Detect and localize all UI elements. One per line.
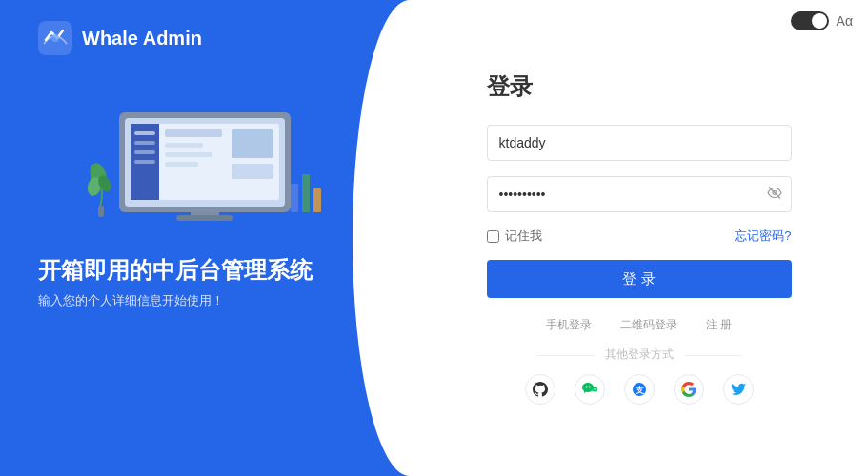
- app-title: Whale Admin: [82, 28, 202, 50]
- alipay-icon[interactable]: 支: [624, 374, 655, 405]
- svg-rect-9: [134, 141, 155, 145]
- social-icons: 支: [487, 374, 792, 405]
- login-button[interactable]: 登 录: [487, 260, 792, 298]
- svg-rect-23: [302, 174, 310, 212]
- tagline: 开箱即用的中后台管理系统 输入您的个人详细信息开始使用！: [38, 255, 372, 309]
- svg-rect-3: [176, 215, 233, 221]
- svg-rect-14: [165, 152, 212, 157]
- qrcode-login[interactable]: 二维码登录: [620, 317, 677, 333]
- right-panel: Aα 登录 记住我 忘记密码? 登 录: [410, 0, 868, 476]
- remember-checkbox[interactable]: [487, 230, 499, 243]
- forgot-password-link[interactable]: 忘记密码?: [735, 228, 791, 245]
- svg-rect-8: [134, 131, 155, 135]
- alt-login-methods: 手机登录 二维码登录 注 册: [487, 317, 792, 333]
- github-icon[interactable]: [525, 374, 555, 405]
- password-group: [487, 176, 792, 212]
- svg-rect-22: [291, 184, 298, 212]
- twitter-icon[interactable]: [723, 374, 754, 405]
- toggle-knob: [812, 13, 827, 29]
- svg-point-1: [51, 34, 59, 42]
- svg-rect-21: [98, 206, 104, 217]
- username-group: [487, 125, 792, 161]
- dark-mode-toggle[interactable]: [791, 11, 829, 30]
- svg-rect-17: [232, 164, 273, 179]
- wechat-icon[interactable]: [575, 374, 605, 405]
- register-link[interactable]: 注 册: [706, 317, 732, 333]
- language-icon[interactable]: Aα: [837, 13, 853, 29]
- other-login-label: 其他登录方式: [487, 347, 792, 363]
- form-options-row: 记住我 忘记密码?: [487, 228, 792, 245]
- svg-rect-24: [313, 188, 321, 212]
- svg-text:支: 支: [635, 386, 644, 395]
- phone-login[interactable]: 手机登录: [546, 317, 592, 333]
- svg-rect-15: [165, 162, 198, 167]
- header: Whale Admin: [38, 0, 372, 55]
- eye-icon[interactable]: [767, 186, 782, 204]
- left-panel: Whale Admin: [0, 0, 410, 476]
- svg-rect-11: [134, 160, 155, 164]
- login-title: 登录: [487, 71, 792, 102]
- svg-rect-12: [165, 129, 222, 137]
- svg-rect-16: [232, 129, 273, 158]
- illustration: [38, 84, 372, 236]
- svg-rect-13: [165, 143, 203, 148]
- password-input[interactable]: [487, 176, 792, 212]
- remember-text: 记住我: [505, 228, 542, 245]
- google-icon[interactable]: [674, 374, 704, 405]
- top-right-controls: Aα: [791, 11, 853, 30]
- svg-rect-10: [134, 150, 155, 154]
- tagline-main: 开箱即用的中后台管理系统: [38, 255, 372, 285]
- username-input[interactable]: [487, 125, 792, 161]
- tagline-sub: 输入您的个人详细信息开始使用！: [38, 292, 372, 309]
- logo-icon: [38, 21, 72, 55]
- remember-me-label[interactable]: 记住我: [487, 228, 542, 245]
- login-container: 登录 记住我 忘记密码? 登 录 手机登录 二维码登录: [487, 71, 792, 405]
